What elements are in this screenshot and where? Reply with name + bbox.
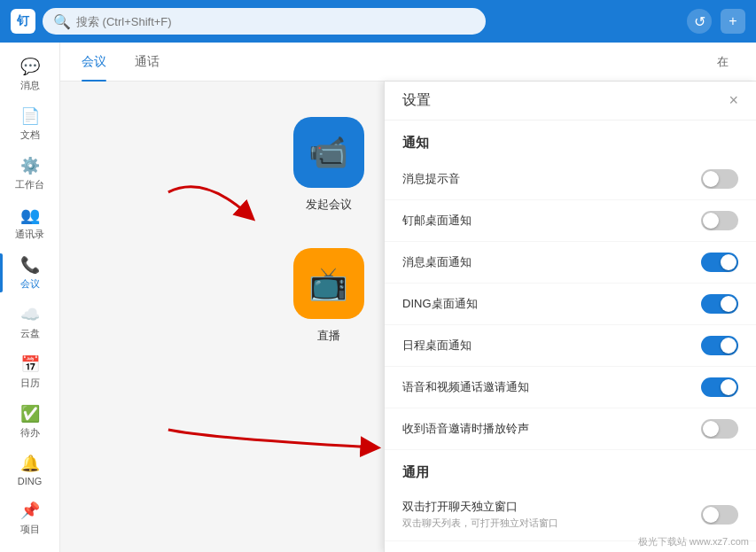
- history-button[interactable]: ↺: [687, 9, 712, 34]
- video-invite-toggle[interactable]: [701, 377, 738, 397]
- sidebar-label-cloud: 云盘: [20, 327, 40, 340]
- app-logo: 钉: [11, 9, 35, 34]
- open-window-toggle[interactable]: [701, 505, 738, 525]
- start-meeting-item[interactable]: 📹 发起会议: [276, 117, 382, 213]
- msg-sound-label: 消息提示音: [402, 171, 701, 187]
- project-icon: 📌: [20, 501, 40, 520]
- email-notify-label: 钉邮桌面通知: [402, 213, 701, 229]
- open-window-sublabel: 双击聊天列表，可打开独立对话窗口: [402, 517, 701, 530]
- contacts-icon: 👥: [20, 206, 40, 225]
- sidebar-item-contacts[interactable]: 👥 通讯录: [0, 198, 59, 248]
- sidebar-label-todo: 待办: [20, 426, 40, 439]
- meeting-icon: 📞: [20, 255, 40, 275]
- live-label: 直播: [317, 328, 340, 344]
- ring-sound-label: 收到语音邀请时播放铃声: [402, 421, 701, 437]
- msg-desktop-label: 消息桌面通知: [402, 254, 701, 270]
- setting-item-video-invite: 语音和视频通话邀请通知: [385, 367, 756, 408]
- email-notify-toggle[interactable]: [701, 211, 738, 230]
- sidebar-item-cloud[interactable]: ☁️ 云盘: [0, 298, 59, 347]
- sidebar-item-message[interactable]: 💬 消息: [0, 50, 59, 99]
- sidebar-item-meeting[interactable]: 📞 会议: [0, 248, 59, 298]
- sidebar-item-docs[interactable]: 📄 文档: [0, 99, 59, 149]
- tab-call[interactable]: 通话: [135, 43, 160, 82]
- calendar-icon: 📅: [20, 354, 40, 374]
- settings-panel: 设置 × 通知 消息提示音 钉邮桌面通知 消息桌面通知: [384, 82, 756, 552]
- schedule-desktop-label: 日程桌面通知: [402, 338, 701, 354]
- sidebar-item-email[interactable]: 📧 邮箱: [0, 543, 59, 552]
- search-bar[interactable]: 🔍: [43, 8, 486, 35]
- setting-item-email-notify: 钉邮桌面通知: [385, 200, 756, 242]
- sidebar-item-ding[interactable]: 🔔 DING: [0, 447, 59, 494]
- sidebar-label-message: 消息: [20, 79, 40, 92]
- setting-item-ding-desktop: DING桌面通知: [385, 284, 756, 325]
- sidebar-item-calendar[interactable]: 📅 日历: [0, 347, 59, 397]
- todo-icon: ✅: [20, 404, 40, 424]
- ding-icon: 🔔: [20, 454, 40, 473]
- start-meeting-icon-box: 📹: [293, 117, 364, 188]
- content-area: 会议 通话 在 📹 发起会议 ➕ 加入会议: [60, 43, 756, 552]
- video-invite-label: 语音和视频通话邀请通知: [402, 379, 701, 395]
- live-item[interactable]: 📺 直播: [276, 248, 382, 344]
- search-input[interactable]: [76, 15, 475, 28]
- settings-body: 通知 消息提示音 钉邮桌面通知 消息桌面通知 DING桌面通知: [385, 121, 756, 552]
- live-icon: 📺: [308, 265, 348, 302]
- sidebar-label-meeting: 会议: [20, 277, 40, 291]
- setting-item-open-window: 双击打开聊天独立窗口 双击聊天列表，可打开独立对话窗口: [385, 488, 756, 541]
- tab-bar: 会议 通话 在: [60, 43, 756, 82]
- search-icon: 🔍: [53, 13, 71, 30]
- tab-right-button[interactable]: 在: [710, 50, 735, 74]
- sidebar-label-ding: DING: [18, 476, 43, 486]
- camera-icon: 📹: [308, 134, 348, 171]
- setting-item-msg-desktop: 消息桌面通知: [385, 242, 756, 284]
- setting-item-schedule-desktop: 日程桌面通知: [385, 325, 756, 367]
- sidebar: 💬 消息 📄 文档 ⚙️ 工作台 👥 通讯录 📞 会议 ☁️ 云盘 📅 日历 ✅: [0, 43, 60, 552]
- sidebar-label-calendar: 日历: [20, 377, 40, 390]
- open-window-label: 双击打开聊天独立窗口: [402, 499, 701, 515]
- sidebar-item-project[interactable]: 📌 项目: [0, 494, 59, 543]
- sidebar-label-contacts: 通讯录: [15, 228, 44, 241]
- sidebar-item-workbench[interactable]: ⚙️ 工作台: [0, 149, 59, 198]
- setting-item-ring-sound: 收到语音邀请时播放铃声: [385, 408, 756, 450]
- msg-sound-toggle[interactable]: [701, 169, 738, 189]
- settings-close-button[interactable]: ×: [729, 91, 738, 110]
- add-button[interactable]: +: [721, 9, 745, 34]
- cloud-icon: ☁️: [20, 305, 40, 324]
- top-bar: 钉 🔍 ↺ +: [0, 0, 756, 43]
- message-icon: 💬: [20, 57, 40, 76]
- sidebar-label-project: 项目: [20, 523, 40, 536]
- docs-icon: 📄: [20, 106, 40, 126]
- main-layout: 💬 消息 📄 文档 ⚙️ 工作台 👥 通讯录 📞 会议 ☁️ 云盘 📅 日历 ✅: [0, 43, 756, 552]
- settings-title: 设置: [402, 91, 431, 110]
- sidebar-label-workbench: 工作台: [15, 178, 44, 191]
- section-title-notification: 通知: [385, 121, 756, 159]
- start-meeting-label: 发起会议: [306, 197, 352, 213]
- watermark: 极光下载站 www.xz7.com: [638, 535, 749, 548]
- setting-item-msg-sound: 消息提示音: [385, 159, 756, 200]
- section-title-general: 通用: [385, 450, 756, 488]
- ding-desktop-label: DING桌面通知: [402, 296, 701, 312]
- sidebar-label-docs: 文档: [20, 128, 40, 142]
- live-icon-box: 📺: [293, 248, 364, 319]
- sidebar-item-todo[interactable]: ✅ 待办: [0, 397, 59, 447]
- msg-desktop-toggle[interactable]: [701, 253, 738, 272]
- settings-header: 设置 ×: [385, 82, 756, 121]
- schedule-desktop-toggle[interactable]: [701, 336, 738, 355]
- ding-desktop-toggle[interactable]: [701, 294, 738, 314]
- top-bar-right: ↺ +: [687, 9, 745, 34]
- workbench-icon: ⚙️: [20, 156, 40, 175]
- ring-sound-toggle[interactable]: [701, 419, 738, 439]
- tab-meeting[interactable]: 会议: [82, 43, 106, 82]
